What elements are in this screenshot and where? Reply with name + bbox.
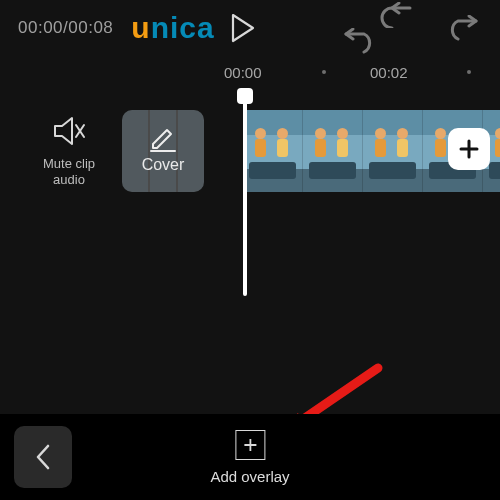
chevron-left-icon: [33, 443, 53, 471]
undo-icon[interactable]: [378, 2, 416, 54]
play-button[interactable]: [229, 13, 255, 43]
add-overlay-label: Add overlay: [210, 468, 289, 485]
ruler-tick-1: 00:02: [370, 64, 408, 81]
back-button[interactable]: [14, 426, 72, 488]
clip-frame: [363, 110, 423, 192]
bottom-bar: Add overlay: [0, 414, 500, 500]
ruler-tick-0: 00:00: [224, 64, 262, 81]
ruler-dot: [322, 70, 326, 74]
speaker-mute-icon: [52, 116, 86, 146]
mute-clip-audio-button[interactable]: Mute clip audio: [28, 116, 110, 189]
plus-box-icon: [235, 430, 265, 460]
playhead[interactable]: [243, 96, 247, 296]
clip-frame: [303, 110, 363, 192]
top-bar: 00:00/00:08 unica: [0, 0, 500, 56]
add-overlay-button[interactable]: Add overlay: [210, 430, 289, 485]
ruler-dot: [467, 70, 471, 74]
plus-icon: [458, 138, 480, 160]
timecode: 00:00/00:08: [18, 18, 113, 38]
timeline[interactable]: Mute clip audio Cover: [0, 96, 500, 216]
brand-logo: unica: [131, 11, 214, 45]
mute-label: Mute clip audio: [28, 156, 110, 189]
cover-label: Cover: [142, 156, 185, 174]
add-clip-button[interactable]: [448, 128, 490, 170]
redo-icon[interactable]: [444, 15, 482, 41]
edit-icon: [149, 128, 177, 152]
clip-frame: [243, 110, 303, 192]
cover-button[interactable]: Cover: [122, 110, 204, 192]
